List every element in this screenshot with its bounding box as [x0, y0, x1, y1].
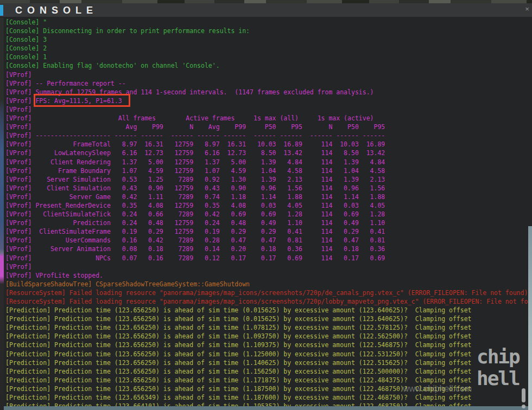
console-line: [Prediction] Prediction time (123.656250… [5, 376, 532, 385]
console-line: [Console] 2 [5, 44, 532, 53]
game-background-left-strip [0, 17, 4, 410]
console-window: CONSOLE × [Console] "[Console] Disconnec… [0, 0, 532, 410]
console-line: [Console] Disconnecting in order to prin… [5, 27, 532, 35]
console-line: [VProf] Frame Boundary 1.07 4.59 12759 1… [5, 166, 532, 175]
console-line: [Prediction] Prediction time (123.656349… [5, 393, 532, 402]
console-line: [VProf] FPS: Avg=111.5, P1=61.3 [5, 97, 532, 105]
console-bottom-bar [4, 406, 528, 410]
console-line: [Console] 3 [5, 35, 532, 44]
console-line: [VProf] UserCommands 0.16 0.42 7289 0.28… [5, 236, 532, 245]
console-line: [VProf] Avg P99 N Avg P99 P50 P95 N P50 … [5, 123, 532, 131]
console-line: [Prediction] Prediction time (123.656250… [5, 341, 532, 349]
console-line: [VProf] Server Game 0.42 1.11 7289 0.74 … [5, 193, 532, 201]
console-line: [VProf] ClientSimulateFrame 0.19 0.29 12… [5, 227, 532, 236]
console-line: [VProf] [5, 105, 532, 114]
watermark-url-text: www.chiphell.com [403, 384, 472, 394]
console-line: [Prediction] Prediction time (123.656250… [5, 350, 532, 358]
console-line: [Prediction] Prediction time (123.656250… [5, 315, 532, 323]
console-line: [VProf] FrameTotal 8.97 16.31 12759 8.97… [5, 140, 532, 149]
console-line: [Console] Enabling flag 'donotecho' on c… [5, 61, 532, 70]
close-icon[interactable]: × [523, 5, 531, 13]
chiphell-logo-line2: hell [477, 368, 530, 389]
console-line: [VProf] Present_RenderDevice 0.35 4.08 1… [5, 201, 532, 210]
console-lines: [Console] "[Console] Disconnecting in or… [5, 18, 532, 410]
chiphell-logo: chip hell [477, 346, 530, 410]
window-title: CONSOLE [15, 5, 98, 16]
console-line: [VProf] Client Rendering 1.37 5.00 12759… [5, 158, 532, 166]
console-log-area: [Console] "[Console] Disconnecting in or… [4, 17, 532, 410]
console-line: [ResourceSystem] Failed loading resource… [5, 289, 532, 297]
console-line: [VProf] NPCs 0.07 0.16 7289 0.12 0.17 0.… [5, 254, 532, 262]
console-line: [VProf] Server Simulation 0.53 1.25 7289… [5, 175, 532, 184]
titlebar-accent-bar [0, 5, 3, 16]
console-line: [Prediction] Prediction time (123.656250… [5, 332, 532, 341]
console-line: [VProf] Client Simulation 0.43 0.90 1275… [5, 184, 532, 193]
console-line: [VProf] Summary of 12759 frames and 114 … [5, 88, 532, 97]
console-line: [Console] 1 [5, 53, 532, 61]
console-line: [Prediction] Prediction time (123.656250… [5, 306, 532, 315]
chiphell-logo-dot [522, 405, 525, 408]
console-line: [VProf] VProfLite stopped. [5, 271, 532, 280]
console-line: [VProf] All frames Active frames 1s max … [5, 114, 532, 123]
console-line: [Prediction] Prediction time (123.656250… [5, 358, 532, 367]
console-line: [VProf] [5, 262, 532, 271]
console-line: [VProf] Server Animation 0.08 0.18 7289 … [5, 245, 532, 253]
console-line: [VProf] -- Performance report -- [5, 79, 532, 88]
console-titlebar: CONSOLE × [0, 3, 532, 17]
console-line: [VProf] [5, 71, 532, 79]
console-line: [ResourceSystem] Failed loading resource… [5, 297, 532, 306]
console-line: [VProf] LowLatencySleep 6.16 12.73 12759… [5, 149, 532, 157]
console-line: [BuildSparseShadowTree] CSparseShadowTre… [5, 280, 532, 289]
console-line: [VProf] ClientSimulateTick 0.24 0.66 728… [5, 210, 532, 219]
console-line: [Prediction] Prediction time (123.656250… [5, 367, 532, 376]
console-line: [VProf] Prediction 0.24 0.48 12759 0.24 … [5, 219, 532, 227]
console-line: [VProf] -------------------- ------ ----… [5, 131, 532, 140]
console-line: [Console] " [5, 18, 532, 27]
console-line: [Prediction] Prediction time (123.656250… [5, 323, 532, 332]
chiphell-logo-line1: chip [477, 346, 530, 368]
chiphell-logo-descender [522, 388, 525, 402]
